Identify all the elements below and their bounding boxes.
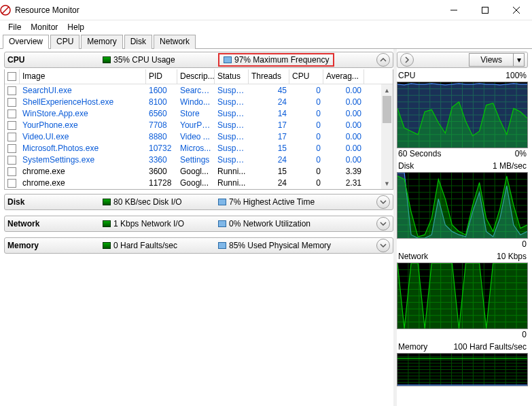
col-image[interactable]: Image	[20, 69, 146, 84]
row-checkbox[interactable]	[7, 167, 16, 176]
cell-description: Video ...	[177, 132, 215, 141]
expand-network-button[interactable]	[376, 217, 390, 231]
expand-memory-button[interactable]	[376, 239, 390, 252]
table-row[interactable]: YourPhone.exe7708YourPh...Suspe...1700.0…	[5, 119, 393, 131]
net-util-label: 0% Network Utilization	[229, 219, 311, 229]
graph-disk: Disk1 MB/sec 0	[397, 161, 528, 249]
cell-image: chrome.exe	[20, 167, 146, 176]
menu-help[interactable]: Help	[63, 22, 88, 33]
row-checkbox[interactable]	[7, 179, 16, 188]
cpu-usage-label: 35% CPU Usage	[113, 55, 175, 65]
cell-pid: 3360	[146, 155, 177, 165]
cell-status: Suspe...	[215, 86, 249, 95]
graph-cpu-min: 0%	[515, 149, 527, 158]
graph-disk-max: 1 MB/sec	[493, 161, 527, 171]
table-row[interactable]: ShellExperienceHost.exe8100Windo...Suspe…	[5, 96, 393, 107]
row-checkbox[interactable]	[7, 133, 16, 141]
cell-threads: 15	[249, 167, 289, 176]
row-checkbox[interactable]	[7, 121, 16, 130]
table-row[interactable]: SearchUI.exe1600Search ...Suspe...4500.0…	[5, 84, 393, 96]
cell-status: Suspe...	[215, 120, 249, 130]
table-row[interactable]: WinStore.App.exe6560StoreSuspe...1400.00	[5, 107, 393, 119]
col-cpu[interactable]: CPU	[289, 69, 323, 84]
table-row[interactable]: Microsoft.Photos.exe10732Micros...Suspe.…	[5, 142, 393, 154]
tab-disk[interactable]: Disk	[124, 35, 152, 49]
cell-cpu: 0	[289, 155, 323, 165]
menu-monitor[interactable]: Monitor	[26, 22, 62, 33]
minimize-button[interactable]	[438, 0, 469, 20]
col-threads[interactable]: Threads	[249, 69, 289, 84]
cell-image: WinStore.App.exe	[20, 109, 146, 118]
row-checkbox[interactable]	[7, 98, 16, 107]
collapse-graphs-button[interactable]	[400, 53, 414, 67]
cell-average: 0.00	[323, 155, 364, 165]
col-average[interactable]: Averag...	[323, 69, 364, 84]
close-button[interactable]	[501, 0, 532, 20]
mem-faults-label: 0 Hard Faults/sec	[113, 241, 177, 250]
row-checkbox[interactable]	[7, 144, 16, 153]
row-checkbox[interactable]	[7, 156, 16, 165]
cell-pid: 1600	[146, 86, 177, 95]
cell-image: SearchUI.exe	[20, 86, 146, 95]
col-description[interactable]: Descrip...	[177, 69, 215, 84]
expand-disk-button[interactable]	[376, 195, 390, 209]
tab-overview[interactable]: Overview	[3, 35, 49, 49]
col-status[interactable]: Status	[215, 69, 249, 84]
panel-header-cpu[interactable]: CPU 35% CPU Usage 97% Maximum Frequency	[4, 52, 393, 68]
table-row[interactable]: SystemSettings.exe3360SettingsSuspe...24…	[5, 154, 393, 165]
graph-cpu-max: 100%	[506, 71, 527, 80]
graph-mem-title: Memory	[398, 342, 427, 352]
table-row[interactable]: chrome.exe3600Googl...Runni...1503.39	[5, 165, 393, 177]
cell-pid: 8880	[146, 132, 177, 141]
graph-cpu-title: CPU	[398, 71, 415, 80]
cell-status: Suspe...	[215, 109, 249, 118]
views-dropdown-icon[interactable]: ▾	[513, 54, 524, 66]
scroll-thumb[interactable]	[383, 96, 391, 123]
panel-header-disk[interactable]: Disk 80 KB/sec Disk I/O 7% Highest Activ…	[4, 194, 393, 210]
cell-pid: 6560	[146, 109, 177, 118]
cell-description: Windo...	[177, 97, 215, 107]
cell-threads: 24	[249, 155, 289, 165]
cell-average: 0.00	[323, 109, 364, 118]
scroll-down-arrow-icon[interactable]: ▼	[381, 177, 393, 189]
scroll-up-arrow-icon[interactable]: ▲	[381, 84, 393, 96]
row-checkbox[interactable]	[7, 109, 16, 118]
col-checkbox[interactable]	[5, 69, 20, 84]
cell-image: chrome.exe	[20, 178, 146, 188]
panel-title-cpu: CPU	[7, 55, 103, 65]
cell-description: Googl...	[177, 178, 215, 188]
collapse-cpu-button[interactable]	[376, 53, 390, 67]
panel-header-network[interactable]: Network 1 Kbps Network I/O 0% Network Ut…	[4, 216, 393, 232]
tab-memory[interactable]: Memory	[81, 35, 122, 49]
cell-threads: 14	[249, 109, 289, 118]
disk-active-label: 7% Highest Active Time	[229, 197, 315, 207]
window-title: Resource Monitor	[15, 5, 438, 15]
cell-status: Suspe...	[215, 143, 249, 153]
maximize-button[interactable]	[469, 0, 501, 20]
panel-title-disk: Disk	[7, 197, 103, 207]
graph-cpu: CPU100% 60 Seconds0%	[397, 71, 528, 158]
cell-pid: 7708	[146, 120, 177, 130]
cell-threads: 24	[249, 97, 289, 107]
cell-average: 0.00	[323, 120, 364, 130]
graphs-header: Views ▾	[397, 52, 528, 68]
table-row[interactable]: perfmon.exe2524Resou...Runni...1722.00	[5, 188, 393, 189]
table-row[interactable]: Video.UI.exe8880Video ...Suspe...1700.00	[5, 131, 393, 142]
cell-cpu: 0	[289, 120, 323, 130]
table-scrollbar[interactable]: ▲ ▼	[381, 84, 393, 189]
tab-network[interactable]: Network	[154, 35, 196, 49]
views-button[interactable]: Views ▾	[469, 53, 525, 67]
panel-header-memory[interactable]: Memory 0 Hard Faults/sec 85% Used Physic…	[4, 237, 393, 254]
cell-threads: 17	[249, 120, 289, 130]
tab-strip: Overview CPU Memory Disk Network	[0, 34, 532, 49]
cell-average: 3.39	[323, 167, 364, 176]
menu-file[interactable]: File	[4, 22, 25, 33]
row-checkbox[interactable]	[7, 86, 16, 95]
graph-net-min: 0	[522, 330, 527, 339]
cell-threads: 24	[249, 178, 289, 188]
tab-cpu[interactable]: CPU	[50, 35, 79, 49]
cell-pid: 11728	[146, 178, 177, 188]
cell-cpu: 0	[289, 143, 323, 153]
col-pid[interactable]: PID	[146, 69, 177, 84]
table-row[interactable]: chrome.exe11728Googl...Runni...2402.31	[5, 177, 393, 188]
